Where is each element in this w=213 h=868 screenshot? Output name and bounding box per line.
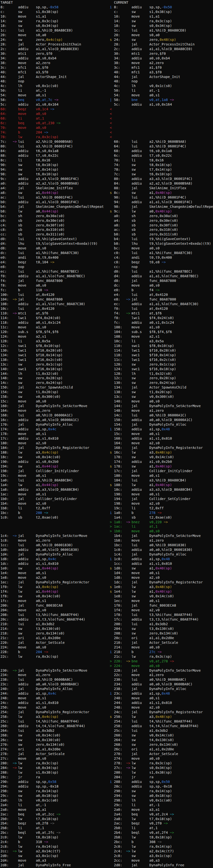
mnemonic: li <box>18 116 36 121</box>
operand-segment: a1,s1,0x810 <box>149 562 172 565</box>
diff-marker: s <box>110 209 114 214</box>
asm-row: 1f4:lwa1,0x44(sp)s1e4:lwa1,0x40(sp) <box>0 589 213 594</box>
operands: a0,s0 <box>36 645 46 649</box>
operands: t4,0x130(s0) <box>36 738 61 742</box>
address: 2c4: <box>114 849 126 854</box>
operands: s1,0x38(sp) <box>36 10 59 14</box>
asm-row: 280:~>lwra,0x3c(sp)278:~>lwra,0x3c(sp) <box>0 761 213 766</box>
operand-segment: t9,%lo(gSaveContext+0xeda)(t9) <box>36 242 98 246</box>
mnemonic: move <box>18 283 36 288</box>
asm-row: 238:luia0,%hi(D_0600BA8C)230:luia0,%hi(D… <box>0 677 213 682</box>
operand-segment: Actor_SpawnAsChild <box>36 385 73 389</box>
operands: t8,0x16 <box>36 158 50 162</box>
operand-segment: ~> <box>155 840 162 844</box>
current-line: 120:swzero,0x1c(sp) <box>110 362 213 367</box>
branch-arrow: ~> <box>13 668 18 673</box>
current-line: s178:swa1,0x40(sp) <box>110 464 213 469</box>
operand-segment: func_8003ECA8 <box>36 603 63 607</box>
mnemonic: addiu <box>132 487 149 492</box>
operands: ra,0x14(sp) <box>149 844 172 848</box>
address: 70: <box>0 125 13 130</box>
mnemonic: sb <box>132 232 149 237</box>
asm-row: 1a0:luia3,%hi(D_80A88CB4)184:luia3,%hi(D… <box>0 478 213 483</box>
operand-segment: a2,s0 <box>36 576 46 580</box>
current-line: 94:addiua1,a1,%lo(D_06001F4C) <box>110 200 213 205</box>
address: 80: <box>114 177 126 181</box>
target-line: 290:addiusp,sp,0x58 <box>0 779 110 784</box>
mnemonic: jal <box>18 603 36 608</box>
asm-row: 260:addiut4,t4,%lo(func_80A87F44)258:add… <box>0 724 213 728</box>
operand-segment: v0,0x14c(s0) <box>36 455 61 459</box>
current-line: f8:lwc1$f4,0x24(s0) <box>110 316 213 320</box>
current-line: 248:movea2,s0 <box>110 705 213 710</box>
address: 220: <box>114 659 126 663</box>
target-line: 204:movea2,v0 <box>0 608 110 613</box>
mnemonic: jal <box>18 533 36 538</box>
address: 21c: <box>0 636 13 640</box>
address: ac: <box>114 227 126 232</box>
address: 194: <box>114 497 126 501</box>
mnemonic: move <box>132 61 149 65</box>
target-line: 1b0:jalCollider_SetCylinder <box>0 497 110 501</box>
operand-segment: Collider_SetCylinder <box>36 497 77 501</box>
operand-segment: ra,0x3c(sp) <box>149 761 172 765</box>
operands: a3,a3,%lo(D_06001F4C) <box>36 177 79 181</box>
asm-row: 1c4:~>jalDynaPolyInfo_SetActorMove1b4:ja… <box>0 533 213 538</box>
mnemonic: addiu <box>18 427 36 432</box>
operands: zero,0x30a(s0) <box>36 214 65 218</box>
mnemonic: move <box>18 33 36 37</box>
mnemonic: move <box>132 408 149 413</box>
operand-segment: DynaPolyInfo_RegisterActor <box>36 710 89 714</box>
address: 1b0: <box>114 529 126 533</box>
target-line: 64:movea0,s0 <box>0 112 110 116</box>
current-line: b4:luit9,%hi(gSaveContext) <box>110 237 213 241</box>
mnemonic: lui <box>18 728 36 733</box>
address: 4c: <box>114 84 126 88</box>
mnemonic: lw <box>18 835 36 840</box>
operand-segment: $f10,0x14(sp) <box>36 353 63 357</box>
target-line: 24:swzero,0x4c(sp) <box>0 37 110 42</box>
operand-segment: 0x48 <box>162 691 170 695</box>
operand-segment: zero,0x30a(s0) <box>36 214 65 218</box>
mnemonic: jal <box>132 668 149 673</box>
operand-segment: zero,0x311(s0) <box>149 232 178 236</box>
address: 148: <box>114 408 126 413</box>
target-line: 19c:movea0,s1 <box>0 473 110 478</box>
mnemonic: jal <box>18 469 36 473</box>
operand-segment: ~> <box>162 520 168 524</box>
mnemonic: lui <box>132 613 149 617</box>
operand-segment: a2,%hi(D_0600B9A8) <box>149 140 186 144</box>
operand-segment: v0,220 <box>149 520 162 524</box>
operand-segment: ra,0x3c(sp) <box>149 19 172 23</box>
operands: at,0x4120 <box>149 293 168 297</box>
asm-row: 2c4:b310 ~>2bc:b308 ~> <box>0 840 213 844</box>
mnemonic: addiu <box>132 102 149 107</box>
asm-row: 278:jalActor_SetScale270:jalActor_SetSca… <box>0 752 213 756</box>
operands: a1,%hi(func_80A87BEC) <box>149 270 192 273</box>
address: 20: <box>0 33 13 37</box>
address: 14: <box>114 19 126 24</box>
operand-segment: a0,a3 <box>36 859 46 862</box>
operands: DynaPolyInfo_SetActorMove <box>36 534 87 538</box>
operand-segment: zero,0x30e(s0) <box>149 219 178 222</box>
operands: t7,0x18(sp) <box>149 817 172 821</box>
address: e4: <box>0 260 13 265</box>
address: 5c: <box>0 102 13 107</box>
address: 220: <box>0 640 13 645</box>
mnemonic: lw <box>132 654 149 659</box>
target-line: 5c:addiua1,s0,0x164 <box>0 102 110 107</box>
operands: zero,0x1c(sp) <box>149 362 176 366</box>
operands: at,-1 <box>36 803 46 807</box>
operands: t8,0x18(sp) <box>36 835 59 839</box>
operand-segment: t1,0x32(s0) <box>149 372 172 376</box>
address: 260: <box>114 733 126 738</box>
operand-segment: ~> <box>55 812 61 816</box>
operands: t0,e8 ~> <box>149 260 166 264</box>
current-line: c:sws1,0x38(sp) <box>110 9 213 14</box>
operands: ra,0x3c(sp) <box>36 19 59 23</box>
target-line: 29c:swa0,0x18(sp) <box>0 794 110 798</box>
operand-segment: a0,%hi(D_06001830) <box>149 543 186 547</box>
current-line: 80:addiua3,a3,%lo(D_06001F4C) <box>110 177 213 181</box>
operands: a2,a2,%lo(D_0600B9A8) <box>36 181 79 185</box>
target-line: bc:shzero,0x30a(s0) <box>0 214 110 218</box>
